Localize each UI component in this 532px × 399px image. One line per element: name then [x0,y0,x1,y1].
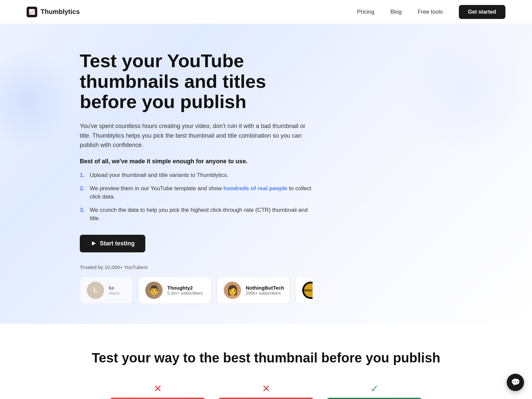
step-3-num: 3. [80,206,86,214]
step-1-num: 1. [80,171,86,180]
start-testing-button[interactable]: Start testing [80,235,145,252]
thumb-card-1: ✕ 🕷️🕷️🕷️🕷️🕷️🕷️🕷️🕷️🕷️🕷️🕷️🕷️ 😱 Clicks: 3 I… [109,383,206,399]
step-1: 1. Upload your thumbnail and title varia… [80,171,313,180]
thumbnail-cards: ✕ 🕷️🕷️🕷️🕷️🕷️🕷️🕷️🕷️🕷️🕷️🕷️🕷️ 😱 Clicks: 3 I… [27,383,505,399]
navbar: 📈 Thumblytics Pricing Blog Free tools Ge… [0,0,532,24]
trusted-label: Trusted by 10,000+ YouTubers [80,264,313,270]
avatar-goalcast: GOALCAST [302,282,313,299]
nav-link-blog[interactable]: Blog [390,9,402,15]
youtuber-card-partial: L ke ribers [80,277,133,304]
hero-subtitle: You've spent countless hours creating yo… [80,121,313,150]
youtuber-subs-thoughty2: 5.3m+ subscribers [167,291,203,296]
steps-list: 1. Upload your thumbnail and title varia… [80,171,313,223]
youtuber-name-thoughty2: Thoughty2 [167,285,203,291]
step-2-num: 2. [80,184,86,193]
thumb-img-3: 🐍 😬 [326,398,423,399]
hero-title: Test your YouTube thumbnails and titles … [80,51,313,112]
get-started-button[interactable]: Get started [459,5,505,19]
logo-text: Thumblytics [41,8,80,16]
play-icon [90,240,96,246]
thumb-card-3: ✓ 🐍 😬 Clicks: 15 Impressions: 111 [326,383,423,399]
thumb-img-1: 🕷️🕷️🕷️🕷️🕷️🕷️🕷️🕷️🕷️🕷️🕷️🕷️ 😱 [109,398,206,399]
step-3-text: We crunch the data to help you pick the … [90,206,313,223]
avatar-thoughty2: 👨 [145,282,163,299]
thumb-status-2: ✕ [218,383,314,394]
hero-section: Test your YouTube thumbnails and titles … [0,24,532,324]
nav-link-free-tools[interactable]: Free tools [418,9,443,15]
chat-icon: 💬 [511,378,520,387]
thumb-img-2: 🕷️🕷️🕷️🕷️🕷️🕷️🕷️🕷️🕷️🕷️🕷️🕷️🕷️ 😰 [218,398,314,399]
youtuber-card-thoughty2[interactable]: 👨 Thoughty2 5.3m+ subscribers [138,277,211,304]
step-2-text: We preview them in our YouTube template … [90,184,313,201]
youtuber-name-nbt: NothingButTech [246,285,284,291]
blob-decoration-right [399,24,532,157]
logo[interactable]: 📈 Thumblytics [27,7,80,17]
youtuber-subs-nbt: 200k+ subscribers [246,291,284,296]
thumb-status-1: ✕ [109,383,206,394]
step-1-text: Upload your thumbnail and title variants… [90,171,228,180]
nav-link-pricing[interactable]: Pricing [357,9,374,15]
section2-title: Test your way to the best thumbnail befo… [27,350,505,365]
avatar-partial: L [87,282,104,299]
youtuber-subs-partial: ribers [109,291,120,296]
avatar-nbt: 👩 [224,282,241,299]
hero-simple-text: Best of all, we've made it simple enough… [80,158,313,165]
step-2: 2. We preview them in our YouTube templa… [80,184,313,201]
section2: Test your way to the best thumbnail befo… [0,324,532,399]
youtuber-card-nbt[interactable]: 👩 NothingButTech 200k+ subscribers [217,277,290,304]
youtuber-info-partial: ke ribers [109,285,120,296]
youtuber-card-goalcast[interactable]: GOALCAST Goalcast 2.6m+ subscribers [295,277,313,304]
step-3: 3. We crunch the data to help you pick t… [80,206,313,223]
nav-links: Pricing Blog Free tools Get started [357,5,505,19]
youtuber-info-nbt: NothingButTech 200k+ subscribers [246,285,284,296]
hero-content: Test your YouTube thumbnails and titles … [80,51,313,304]
thumb-card-2: ✕ 🕷️🕷️🕷️🕷️🕷️🕷️🕷️🕷️🕷️🕷️🕷️🕷️🕷️ 😰 Clicks: 7… [218,383,314,399]
logo-icon: 📈 [27,7,37,17]
thumb-status-3: ✓ [326,383,423,394]
chat-bubble[interactable]: 💬 [507,374,524,391]
youtubers-row: L ke ribers 👨 Thoughty2 5.3m+ subscriber… [80,277,313,304]
svg-marker-0 [92,241,96,246]
youtuber-info-thoughty2: Thoughty2 5.3m+ subscribers [167,285,203,296]
blob-decoration-left [0,51,73,150]
real-people-link[interactable]: hundreds of real people [223,185,288,192]
start-testing-label: Start testing [100,240,135,247]
youtuber-name-partial: ke [109,285,120,291]
